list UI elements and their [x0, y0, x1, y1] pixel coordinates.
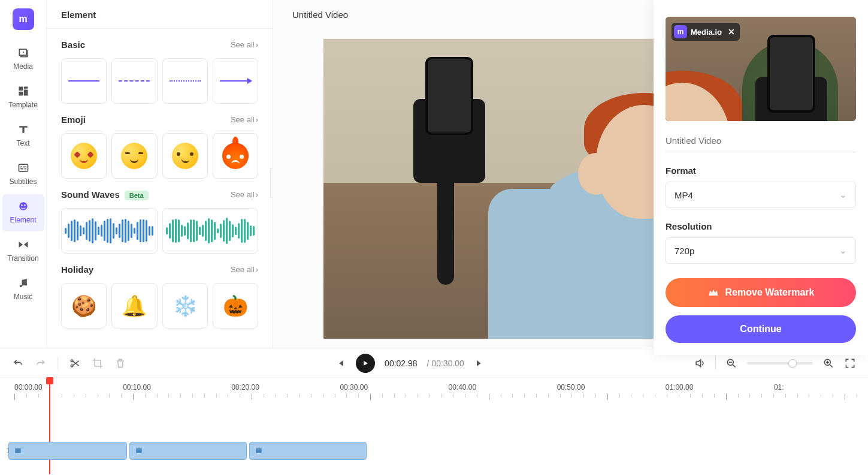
- export-panel: m Media.io ✕ Format MP4 ⌄ Resolution 720…: [654, 0, 868, 355]
- timeline-ruler[interactable]: 00:00.0000:10.0000:20.0000:30.0000:40.00…: [0, 378, 868, 400]
- sidebar-item-subtitles[interactable]: Subtitles: [2, 156, 44, 193]
- element-line-dotted[interactable]: [162, 58, 208, 104]
- text-icon: [17, 123, 29, 135]
- ruler-label: 00:40.00: [434, 383, 543, 391]
- timeline-clip[interactable]: [129, 442, 247, 460]
- chevron-right-icon: ›: [256, 265, 258, 274]
- timeline-clip[interactable]: [249, 442, 367, 460]
- element-snowflake[interactable]: ❄️: [162, 283, 208, 329]
- element-line-dashed[interactable]: [111, 58, 157, 104]
- sidebar-label: Template: [8, 101, 38, 109]
- sidebar-item-text[interactable]: Text: [2, 118, 44, 155]
- watermark-chip: m Media.io ✕: [672, 23, 740, 41]
- resolution-value: 720p: [675, 246, 694, 256]
- element-bell[interactable]: 🔔: [111, 283, 157, 329]
- svg-rect-2: [23, 90, 28, 96]
- element-emoji-smirk[interactable]: [111, 133, 157, 179]
- sidebar-label: Element: [10, 216, 36, 224]
- element-pumpkin[interactable]: 🎃: [213, 283, 258, 329]
- svg-rect-1: [23, 87, 28, 89]
- sidebar-label: Transition: [7, 254, 38, 263]
- fit-button[interactable]: [844, 357, 856, 369]
- crop-button[interactable]: [92, 357, 104, 369]
- gingerbread-icon: 🍪: [71, 294, 96, 318]
- element-emoji-rolling[interactable]: [162, 133, 208, 179]
- next-frame-button[interactable]: [474, 357, 486, 369]
- element-emoji-angry[interactable]: [213, 133, 258, 179]
- delete-button[interactable]: [114, 357, 126, 369]
- prev-frame-button[interactable]: [334, 357, 346, 369]
- ruler-label: 00:10.00: [108, 383, 217, 391]
- export-title-input[interactable]: [666, 129, 856, 152]
- timeline: 00:02.98 / 00:30.00 00:00.0000:10.0000:2…: [0, 348, 868, 476]
- see-all-sound[interactable]: See all›: [231, 190, 258, 199]
- emoji-smirk-icon: [121, 143, 147, 169]
- close-watermark-icon[interactable]: ✕: [728, 27, 735, 37]
- brand-name: Media.io: [691, 28, 722, 37]
- line-solid-icon: [68, 80, 99, 82]
- format-select[interactable]: MP4 ⌄: [666, 182, 856, 208]
- see-all-basic[interactable]: See all›: [231, 40, 258, 49]
- brand-logo-icon: m: [674, 25, 687, 38]
- line-dotted-icon: [170, 80, 201, 82]
- see-all-emoji[interactable]: See all›: [231, 115, 258, 124]
- element-gingerbread[interactable]: 🍪: [61, 283, 107, 329]
- snowflake-icon: ❄️: [173, 294, 198, 318]
- svg-point-10: [71, 360, 72, 361]
- play-button[interactable]: [356, 354, 375, 373]
- pumpkin-icon: 🎃: [223, 294, 248, 318]
- ruler-label: 00:50.00: [543, 383, 651, 391]
- split-button[interactable]: [69, 357, 81, 369]
- remove-watermark-button[interactable]: Remove Watermark: [666, 278, 856, 307]
- image-clip-icon: [255, 447, 263, 455]
- element-wave-blue[interactable]: [61, 208, 158, 254]
- svg-point-8: [19, 285, 22, 287]
- line-arrow-icon: [220, 80, 251, 82]
- app-logo[interactable]: m: [13, 8, 34, 30]
- format-label: Format: [666, 165, 856, 176]
- chevron-right-icon: ›: [256, 190, 258, 199]
- template-icon: [17, 85, 29, 97]
- export-thumbnail: m Media.io ✕: [666, 17, 856, 121]
- sidebar-item-music[interactable]: Music: [2, 271, 44, 308]
- chevron-down-icon: ⌄: [839, 245, 847, 256]
- sidebar-label: Subtitles: [9, 177, 37, 186]
- section-sound-waves: Sound WavesBeta See all›: [47, 179, 273, 254]
- format-value: MP4: [675, 190, 693, 200]
- continue-button[interactable]: Continue: [666, 315, 856, 343]
- sidebar-item-element[interactable]: Element: [2, 194, 44, 231]
- image-clip-icon: [14, 447, 22, 455]
- line-dashed-icon: [119, 80, 150, 82]
- svg-point-11: [71, 364, 72, 366]
- element-emoji-love[interactable]: [61, 133, 107, 179]
- svg-rect-3: [19, 92, 23, 96]
- element-line-arrow[interactable]: [213, 58, 258, 104]
- elements-panel: Element Basic See all› Emoji See all›: [47, 0, 273, 348]
- section-basic: Basic See all›: [47, 29, 273, 104]
- subtitles-icon: [17, 162, 29, 174]
- bell-icon: 🔔: [122, 294, 147, 318]
- resolution-select[interactable]: 720p ⌄: [666, 237, 856, 264]
- music-icon: [17, 277, 29, 289]
- image-clip-icon: [135, 447, 143, 455]
- undo-button[interactable]: [12, 357, 24, 369]
- element-wave-teal[interactable]: [162, 208, 259, 254]
- sidebar-label: Media: [13, 62, 33, 71]
- zoom-in-button[interactable]: [822, 357, 834, 369]
- svg-point-7: [24, 204, 26, 206]
- crown-icon: [707, 287, 719, 299]
- sidebar-item-media[interactable]: Media: [2, 41, 44, 78]
- total-duration: 00:30.00: [431, 358, 464, 368]
- timeline-clip[interactable]: [8, 442, 127, 460]
- zoom-out-button[interactable]: [725, 357, 737, 369]
- volume-button[interactable]: [694, 357, 706, 369]
- sidebar-item-transition[interactable]: Transition: [2, 233, 44, 270]
- chevron-right-icon: ›: [256, 115, 258, 124]
- redo-button[interactable]: [35, 357, 47, 369]
- left-sidebar: m Media Template Text Subtitles: [0, 0, 47, 348]
- zoom-slider[interactable]: [747, 362, 813, 364]
- see-all-holiday[interactable]: See all›: [231, 265, 258, 274]
- sidebar-item-template[interactable]: Template: [2, 79, 44, 116]
- svg-rect-0: [19, 87, 23, 91]
- element-line-solid[interactable]: [61, 58, 107, 104]
